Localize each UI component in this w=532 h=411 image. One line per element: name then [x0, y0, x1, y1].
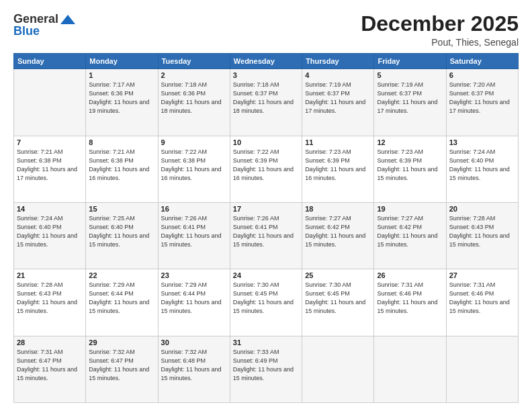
- table-row: 29Sunrise: 7:32 AMSunset: 6:47 PMDayligh…: [86, 336, 158, 402]
- location: Pout, Thies, Senegal: [361, 37, 519, 48]
- day-number: 2: [161, 71, 227, 79]
- table-row: 4Sunrise: 7:19 AMSunset: 6:37 PMDaylight…: [302, 69, 374, 136]
- table-row: 20Sunrise: 7:28 AMSunset: 6:43 PMDayligh…: [446, 202, 518, 269]
- day-number: 28: [17, 338, 83, 347]
- day-info: Sunrise: 7:26 AMSunset: 6:41 PMDaylight:…: [233, 214, 299, 249]
- month-title: December 2025: [361, 12, 519, 36]
- day-number: 1: [89, 71, 154, 79]
- day-number: 27: [449, 271, 515, 279]
- header: General Blue December 2025 Pout, Thies, …: [13, 12, 519, 48]
- day-info: Sunrise: 7:19 AMSunset: 6:37 PMDaylight:…: [305, 81, 371, 116]
- day-info: Sunrise: 7:21 AMSunset: 6:38 PMDaylight:…: [89, 148, 154, 183]
- day-info: Sunrise: 7:22 AMSunset: 6:39 PMDaylight:…: [233, 148, 299, 183]
- table-row: 12Sunrise: 7:23 AMSunset: 6:39 PMDayligh…: [374, 136, 446, 202]
- day-number: 3: [233, 71, 299, 79]
- day-info: Sunrise: 7:21 AMSunset: 6:38 PMDaylight:…: [17, 148, 83, 183]
- day-number: 12: [377, 138, 443, 146]
- day-info: Sunrise: 7:18 AMSunset: 6:37 PMDaylight:…: [233, 81, 299, 116]
- header-friday: Friday: [374, 54, 446, 69]
- header-thursday: Thursday: [302, 54, 374, 69]
- day-info: Sunrise: 7:22 AMSunset: 6:38 PMDaylight:…: [161, 148, 227, 183]
- table-row: 19Sunrise: 7:27 AMSunset: 6:42 PMDayligh…: [374, 202, 446, 269]
- table-row: 7Sunrise: 7:21 AMSunset: 6:38 PMDaylight…: [14, 136, 86, 202]
- table-row: 14Sunrise: 7:24 AMSunset: 6:40 PMDayligh…: [14, 202, 86, 269]
- calendar-week-row: 7Sunrise: 7:21 AMSunset: 6:38 PMDaylight…: [14, 136, 519, 202]
- day-info: Sunrise: 7:17 AMSunset: 6:36 PMDaylight:…: [89, 81, 154, 116]
- table-row: 23Sunrise: 7:29 AMSunset: 6:44 PMDayligh…: [158, 269, 230, 336]
- table-row: 17Sunrise: 7:26 AMSunset: 6:41 PMDayligh…: [230, 202, 302, 269]
- day-number: 5: [377, 71, 443, 79]
- day-number: 18: [305, 205, 371, 213]
- day-number: 20: [449, 205, 515, 213]
- table-row: 31Sunrise: 7:33 AMSunset: 6:49 PMDayligh…: [230, 336, 302, 402]
- day-info: Sunrise: 7:27 AMSunset: 6:42 PMDaylight:…: [305, 214, 371, 249]
- day-info: Sunrise: 7:29 AMSunset: 6:44 PMDaylight:…: [161, 281, 227, 316]
- day-number: 17: [233, 205, 299, 213]
- table-row: 1Sunrise: 7:17 AMSunset: 6:36 PMDaylight…: [86, 69, 158, 136]
- day-number: 26: [377, 271, 443, 279]
- day-number: 6: [449, 71, 515, 79]
- day-number: 9: [161, 138, 227, 146]
- day-number: 21: [17, 271, 83, 279]
- day-number: 11: [305, 138, 371, 146]
- table-row: 10Sunrise: 7:22 AMSunset: 6:39 PMDayligh…: [230, 136, 302, 202]
- table-row: 8Sunrise: 7:21 AMSunset: 6:38 PMDaylight…: [86, 136, 158, 202]
- day-info: Sunrise: 7:31 AMSunset: 6:46 PMDaylight:…: [377, 281, 443, 316]
- day-number: 24: [233, 271, 299, 279]
- table-row: [374, 336, 446, 402]
- day-info: Sunrise: 7:26 AMSunset: 6:41 PMDaylight:…: [161, 214, 227, 249]
- day-number: 29: [89, 338, 154, 347]
- table-row: [14, 69, 86, 136]
- calendar-week-row: 21Sunrise: 7:28 AMSunset: 6:43 PMDayligh…: [14, 269, 519, 336]
- day-info: Sunrise: 7:30 AMSunset: 6:45 PMDaylight:…: [305, 281, 371, 316]
- day-info: Sunrise: 7:24 AMSunset: 6:40 PMDaylight:…: [449, 148, 515, 183]
- day-info: Sunrise: 7:20 AMSunset: 6:37 PMDaylight:…: [449, 81, 515, 116]
- day-number: 30: [161, 338, 227, 347]
- calendar-week-row: 28Sunrise: 7:31 AMSunset: 6:47 PMDayligh…: [14, 336, 519, 402]
- table-row: 6Sunrise: 7:20 AMSunset: 6:37 PMDaylight…: [446, 69, 518, 136]
- day-number: 10: [233, 138, 299, 146]
- day-number: 7: [17, 138, 83, 146]
- day-info: Sunrise: 7:31 AMSunset: 6:47 PMDaylight:…: [17, 348, 83, 383]
- svg-marker-0: [60, 15, 75, 24]
- day-number: 19: [377, 205, 443, 213]
- day-info: Sunrise: 7:28 AMSunset: 6:43 PMDaylight:…: [17, 281, 83, 316]
- table-row: 27Sunrise: 7:31 AMSunset: 6:46 PMDayligh…: [446, 269, 518, 336]
- day-number: 15: [89, 205, 154, 213]
- day-info: Sunrise: 7:18 AMSunset: 6:36 PMDaylight:…: [161, 81, 227, 116]
- day-info: Sunrise: 7:30 AMSunset: 6:45 PMDaylight:…: [233, 281, 299, 316]
- day-info: Sunrise: 7:32 AMSunset: 6:47 PMDaylight:…: [89, 348, 154, 383]
- calendar-week-row: 14Sunrise: 7:24 AMSunset: 6:40 PMDayligh…: [14, 202, 519, 269]
- logo: General Blue: [13, 12, 75, 38]
- table-row: 30Sunrise: 7:32 AMSunset: 6:48 PMDayligh…: [158, 336, 230, 402]
- day-number: 23: [161, 271, 227, 279]
- calendar-page: General Blue December 2025 Pout, Thies, …: [0, 0, 532, 411]
- table-row: 24Sunrise: 7:30 AMSunset: 6:45 PMDayligh…: [230, 269, 302, 336]
- table-row: 2Sunrise: 7:18 AMSunset: 6:36 PMDaylight…: [158, 69, 230, 136]
- calendar-week-row: 1Sunrise: 7:17 AMSunset: 6:36 PMDaylight…: [14, 69, 519, 136]
- table-row: 18Sunrise: 7:27 AMSunset: 6:42 PMDayligh…: [302, 202, 374, 269]
- day-info: Sunrise: 7:24 AMSunset: 6:40 PMDaylight:…: [17, 214, 83, 249]
- table-row: 3Sunrise: 7:18 AMSunset: 6:37 PMDaylight…: [230, 69, 302, 136]
- title-block: December 2025 Pout, Thies, Senegal: [361, 12, 519, 48]
- header-sunday: Sunday: [14, 54, 86, 69]
- day-number: 25: [305, 271, 371, 279]
- calendar-header-row: Sunday Monday Tuesday Wednesday Thursday…: [14, 54, 519, 69]
- day-number: 22: [89, 271, 154, 279]
- table-row: 15Sunrise: 7:25 AMSunset: 6:40 PMDayligh…: [86, 202, 158, 269]
- header-saturday: Saturday: [446, 54, 518, 69]
- day-info: Sunrise: 7:23 AMSunset: 6:39 PMDaylight:…: [305, 148, 371, 183]
- day-info: Sunrise: 7:28 AMSunset: 6:43 PMDaylight:…: [449, 214, 515, 249]
- calendar-table: Sunday Monday Tuesday Wednesday Thursday…: [13, 53, 519, 403]
- day-info: Sunrise: 7:32 AMSunset: 6:48 PMDaylight:…: [161, 348, 227, 383]
- table-row: 25Sunrise: 7:30 AMSunset: 6:45 PMDayligh…: [302, 269, 374, 336]
- logo-icon: [60, 15, 75, 24]
- day-number: 16: [161, 205, 227, 213]
- table-row: 13Sunrise: 7:24 AMSunset: 6:40 PMDayligh…: [446, 136, 518, 202]
- table-row: 11Sunrise: 7:23 AMSunset: 6:39 PMDayligh…: [302, 136, 374, 202]
- day-number: 4: [305, 71, 371, 79]
- day-info: Sunrise: 7:19 AMSunset: 6:37 PMDaylight:…: [377, 81, 443, 116]
- day-number: 13: [449, 138, 515, 146]
- day-number: 31: [233, 338, 299, 347]
- day-info: Sunrise: 7:33 AMSunset: 6:49 PMDaylight:…: [233, 348, 299, 383]
